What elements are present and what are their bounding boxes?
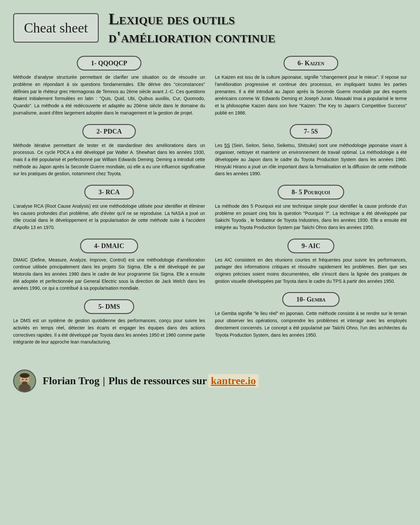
section-title-wrap-dms: 5- DMS: [13, 299, 205, 314]
section-body-rca: L'analyse RCA (Root Cause Analysis) est …: [13, 203, 205, 231]
section-title-wrap-5pourquoi: 8- 5 Pourquoi: [215, 185, 407, 200]
section-body-aic: Les AIC consistent en des réunions court…: [215, 257, 407, 285]
section-body-dms: Le DMS est un système de gestion quotidi…: [13, 317, 205, 346]
header: Cheat sheet Lexique des outils d'amélior…: [13, 10, 407, 46]
section-dmaic: 4- DMAIC DMAIC (Define, Measure, Analyze…: [13, 239, 205, 292]
svg-point-6: [22, 382, 28, 385]
svg-point-4: [22, 379, 24, 380]
section-title-dms: 5- DMS: [84, 299, 134, 314]
right-column: 6- Kaizen Le Kaizen est issu de la cultu…: [215, 56, 407, 353]
section-body-5s: Les 5S (Seiri, Seiton, Seiso, Seiketsu, …: [215, 142, 407, 178]
section-rca: 3- RCA L'analyse RCA (Root Cause Analysi…: [13, 185, 205, 231]
section-title-5s: 7- 5S: [290, 124, 332, 139]
section-title-pdca: 2- PDCA: [82, 124, 136, 139]
section-body-pdca: Méthode itérative permettant de tester e…: [13, 142, 205, 178]
section-body-gemba: Le Gemba signifie "le lieu réel" en japo…: [215, 310, 407, 339]
section-title-5pourquoi: 8- 5 Pourquoi: [278, 185, 344, 200]
section-title-wrap-dmaic: 4- DMAIC: [13, 239, 205, 253]
section-title-wrap-rca: 3- RCA: [13, 185, 205, 200]
section-title-wrap-aic: 9- AIC: [215, 239, 407, 253]
content-grid: 1- QQOQCP Méthode d'analyse structurée p…: [13, 56, 407, 353]
cheat-sheet-box: Cheat sheet: [13, 13, 99, 43]
svg-point-1: [19, 384, 31, 392]
section-title-wrap-pdca: 2- PDCA: [13, 124, 205, 139]
section-title-wrap-qqoqcp: 1- QQOQCP: [13, 56, 205, 71]
section-5s: 7- 5S Les 5S (Seiri, Seiton, Seiso, Seik…: [215, 124, 407, 178]
section-title-dmaic: 4- DMAIC: [80, 239, 138, 253]
avatar: [13, 369, 36, 392]
footer-author-name: Florian Trog: [43, 375, 99, 387]
page: Cheat sheet Lexique des outils d'amélior…: [0, 0, 420, 525]
section-body-kaizen: Le Kaizen est issu de la culture japonai…: [215, 74, 407, 116]
section-dms: 5- DMS Le DMS est un système de gestion …: [13, 299, 205, 346]
title-line1: Lexique des outils: [109, 10, 235, 28]
svg-point-3: [20, 373, 29, 378]
section-title-kaizen: 6- Kaizen: [284, 56, 339, 71]
section-body-dmaic: DMAIC (Define, Measure, Analyze, Improve…: [13, 257, 205, 292]
footer: Florian Trog | Plus de ressources sur ka…: [13, 363, 407, 392]
section-title-wrap-gemba: 10- Gemba: [215, 292, 407, 307]
section-gemba: 10- Gemba Le Gemba signifie "le lieu rée…: [215, 292, 407, 339]
section-body-5pourquoi: La méthode des 5 Pourquoi est une techni…: [215, 203, 407, 231]
svg-point-5: [26, 379, 27, 380]
section-qqoqcp: 1- QQOQCP Méthode d'analyse structurée p…: [13, 56, 205, 116]
section-title-gemba: 10- Gemba: [282, 292, 340, 307]
section-body-qqoqcp: Méthode d'analyse structurée permettant …: [13, 74, 205, 116]
section-kaizen: 6- Kaizen Le Kaizen est issu de la cultu…: [215, 56, 407, 116]
left-column: 1- QQOQCP Méthode d'analyse structurée p…: [13, 56, 205, 353]
footer-resources-label: Plus de ressources sur: [108, 375, 207, 387]
cheat-sheet-label: Cheat sheet: [24, 20, 88, 35]
title-line2: d'amélioration continue: [109, 28, 275, 46]
section-title-aic: 9- AIC: [287, 239, 334, 253]
section-title-rca: 3- RCA: [84, 185, 134, 200]
section-title-wrap-kaizen: 6- Kaizen: [215, 56, 407, 71]
section-title-qqoqcp: 1- QQOQCP: [77, 56, 141, 71]
section-aic: 9- AIC Les AIC consistent en des réunion…: [215, 239, 407, 285]
section-pdca: 2- PDCA Méthode itérative permettant de …: [13, 124, 205, 178]
footer-link[interactable]: kantree.io: [208, 374, 259, 388]
page-title: Lexique des outils d'amélioration contin…: [109, 10, 407, 46]
footer-right: Florian Trog | Plus de ressources sur ka…: [43, 374, 259, 388]
section-title-wrap-5s: 7- 5S: [215, 124, 407, 139]
footer-separator: |: [103, 375, 105, 387]
section-5pourquoi: 8- 5 Pourquoi La méthode des 5 Pourquoi …: [215, 185, 407, 231]
